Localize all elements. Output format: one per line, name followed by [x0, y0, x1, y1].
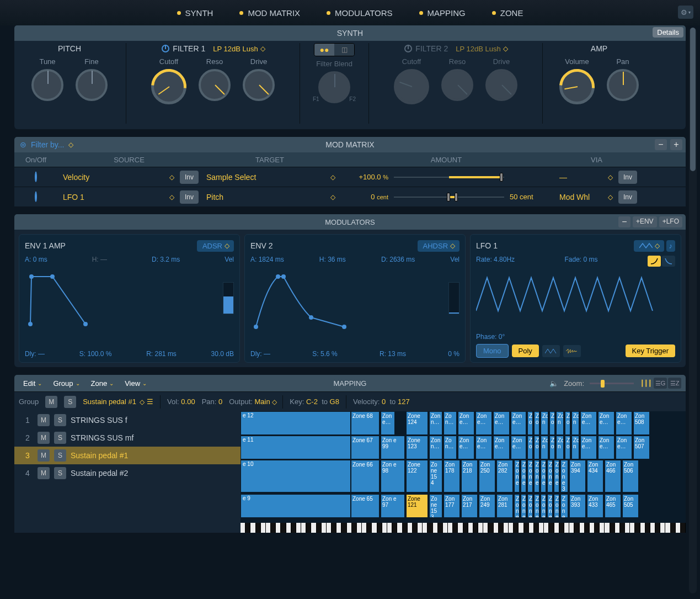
filter1-reso-knob[interactable]: [199, 69, 231, 101]
group-menu[interactable]: Group⌄: [49, 377, 84, 390]
zone-cell[interactable]: Z o n e: [534, 494, 539, 518]
filter1-cutoff-knob[interactable]: [151, 69, 186, 104]
piano-key[interactable]: [483, 523, 488, 533]
lfo1-phase[interactable]: Phase: 0°: [476, 333, 505, 341]
piano-key[interactable]: [352, 523, 357, 533]
zone-cell[interactable]: Z o n e: [514, 494, 520, 518]
zone-cell[interactable]: Z o: [549, 436, 555, 459]
tab-modulators[interactable]: MODULATORS: [327, 8, 392, 18]
env2-vel-slider[interactable]: [448, 282, 459, 314]
zone-cell[interactable]: Zon 177: [443, 494, 460, 518]
piano-key[interactable]: [539, 523, 544, 533]
pan-param[interactable]: Pan: 0: [202, 397, 223, 406]
env2-sustain[interactable]: S: 5.6 %: [312, 350, 337, 358]
lfo1-rate[interactable]: Rate: 4.80Hz: [476, 256, 515, 267]
zone-cell[interactable]: Zon 433: [587, 494, 603, 518]
mute-button[interactable]: M: [38, 414, 50, 426]
via-select[interactable]: —◇: [554, 173, 616, 182]
zone-cell[interactable]: Zon 507: [633, 436, 650, 459]
view-menu[interactable]: View⌄: [120, 377, 151, 390]
amount-slider[interactable]: [394, 197, 504, 198]
piano-key[interactable]: [534, 523, 539, 533]
fade-in-curve-button[interactable]: [648, 256, 661, 267]
piano-key[interactable]: [524, 523, 529, 533]
zone-cell[interactable]: Zo ne 15 3: [429, 494, 442, 518]
zone-cell[interactable]: Zon e…: [493, 436, 510, 459]
piano-key[interactable]: [377, 523, 382, 533]
zone-cell[interactable]: [241, 436, 351, 459]
zone-cell[interactable]: Zone 65: [351, 494, 380, 518]
zone-cell[interactable]: Zon 505: [622, 494, 639, 518]
piano-key[interactable]: [473, 523, 478, 533]
zone-cell[interactable]: Z o n e 3: [560, 460, 568, 492]
piano-key[interactable]: [569, 523, 574, 533]
zone-cell[interactable]: Zon 434: [587, 460, 603, 492]
zone-cell[interactable]: Z o n e: [554, 460, 559, 492]
piano-key[interactable]: [504, 523, 509, 533]
piano-key[interactable]: [615, 523, 620, 533]
piano-key[interactable]: [458, 523, 463, 533]
target-select[interactable]: Sample Select◇: [201, 173, 339, 182]
tune-knob[interactable]: [31, 69, 63, 101]
piano-key[interactable]: [605, 523, 610, 533]
zone-cell[interactable]: Z o n e: [547, 460, 553, 492]
zone-cell[interactable]: Zon n…: [429, 411, 442, 435]
zone-cell[interactable]: Zon 282: [496, 460, 513, 492]
piano-key[interactable]: [362, 523, 367, 533]
piano-key[interactable]: [317, 523, 322, 533]
filter1-drive-knob[interactable]: [243, 69, 275, 101]
remove-mod-button[interactable]: −: [618, 216, 630, 227]
row-power-button[interactable]: [35, 193, 37, 201]
piano-key[interactable]: [306, 523, 311, 533]
piano-key[interactable]: [276, 523, 281, 533]
filter2-drive-knob[interactable]: [485, 69, 517, 101]
zone-cell[interactable]: Zon 217: [461, 494, 478, 518]
piano-key[interactable]: [266, 523, 271, 533]
zone-cell[interactable]: Zon e 97: [381, 494, 405, 518]
zone-cell[interactable]: Zon e…: [381, 411, 395, 435]
zone-cell[interactable]: Zon e 98: [381, 460, 405, 492]
zone-cell[interactable]: Z o: [527, 411, 533, 435]
zone-cell[interactable]: Zon e…: [511, 411, 526, 435]
pan-knob[interactable]: [607, 69, 639, 101]
zone-cell[interactable]: Zon 393: [569, 494, 586, 518]
env2-release[interactable]: R: 13 ms: [380, 350, 406, 358]
zone-cell[interactable]: Zon e…: [458, 411, 474, 435]
lfo-poly-button[interactable]: Poly: [512, 344, 539, 357]
piano-key[interactable]: [281, 523, 286, 533]
zone-cell[interactable]: Zon 218: [461, 460, 478, 492]
env1-decay[interactable]: D: 3.2 ms: [152, 256, 180, 263]
env1-graph[interactable]: [25, 269, 234, 330]
piano-key[interactable]: [549, 523, 554, 533]
zone-cell[interactable]: Zo ne 15 4: [429, 460, 442, 492]
zone-cell[interactable]: Zo n…: [443, 411, 457, 435]
group-name-select[interactable]: Sustain pedal #1◇☰: [83, 397, 153, 406]
piano-key[interactable]: [438, 523, 443, 533]
lfo-shape-a-button[interactable]: [542, 345, 560, 357]
zone-cell[interactable]: Z o: [549, 411, 555, 435]
piano-key[interactable]: [468, 523, 473, 533]
piano-key[interactable]: [382, 523, 387, 533]
zone-cell[interactable]: Zon e…: [580, 411, 597, 435]
piano-key[interactable]: [554, 523, 559, 533]
piano-key[interactable]: [448, 523, 453, 533]
zone-cell[interactable]: Zon e…: [458, 436, 474, 459]
piano-keyboard[interactable]: [241, 523, 686, 533]
zone-cell[interactable]: Z o: [565, 436, 570, 459]
piano-key[interactable]: [301, 523, 306, 533]
view-keyzones-button[interactable]: ┃┃┃: [639, 378, 653, 389]
zoom-slider[interactable]: [590, 383, 634, 384]
tab-mapping[interactable]: MAPPING: [419, 8, 466, 18]
piano-key[interactable]: [600, 523, 605, 533]
filter1-type-select[interactable]: LP 12dB Lush◇: [213, 45, 264, 53]
env2-attack[interactable]: A: 1824 ms: [250, 256, 284, 263]
env1-delay[interactable]: Dly: —: [25, 350, 45, 358]
fade-out-curve-button[interactable]: [662, 256, 675, 267]
audition-button[interactable]: 🔈: [549, 379, 558, 388]
routing-parallel-button[interactable]: ◫: [334, 44, 354, 56]
vol-param[interactable]: Vol: 0.00: [167, 397, 195, 406]
zone-cell[interactable]: Zon e…: [616, 436, 632, 459]
row-power-button[interactable]: [35, 173, 37, 181]
zone-cell[interactable]: Zone 121: [406, 494, 428, 518]
zone-cell[interactable]: Z o: [527, 436, 533, 459]
